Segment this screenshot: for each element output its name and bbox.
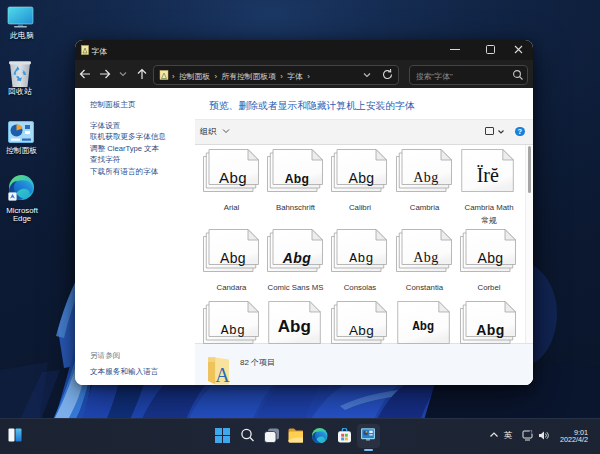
svg-text:A: A — [215, 364, 230, 385]
svg-text:!: ! — [531, 430, 532, 435]
